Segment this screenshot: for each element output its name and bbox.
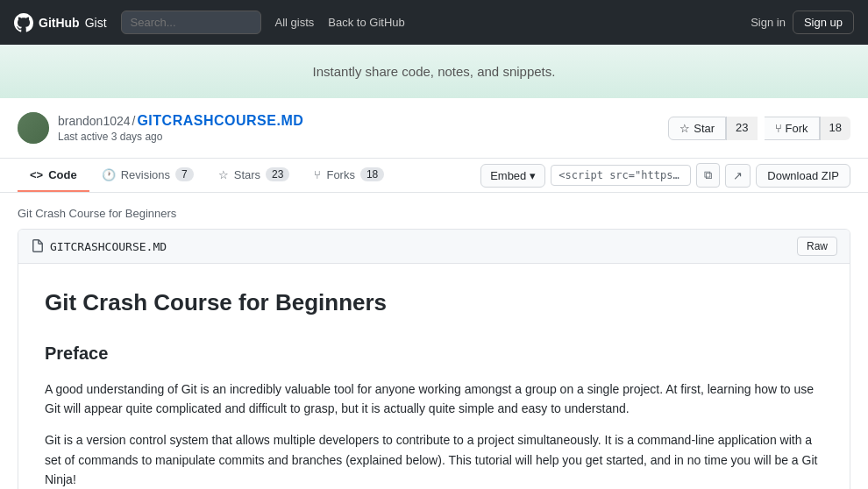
all-gists-link[interactable]: All gists [275, 16, 315, 29]
star-tab-icon: ☆ [218, 168, 229, 181]
site-header: GitHub Gist All gists Back to GitHub Sig… [0, 0, 868, 45]
header-actions: Sign in Sign up [751, 11, 854, 34]
tabs-right: Embed ▾ <script src="https://g ⧉ ↗ Downl… [480, 163, 850, 188]
fork-count: 18 [820, 117, 850, 140]
file-breadcrumb: Git Crash Course for Beginners [18, 207, 850, 220]
file-name: GITCRASHCOURSE.MD [50, 240, 167, 253]
file-content: Git Crash Course for Beginners Preface A… [18, 264, 850, 489]
content-title: Git Crash Course for Beginners [45, 285, 823, 322]
avatar [18, 112, 49, 144]
github-icon [14, 13, 33, 32]
fork-tab-icon: ⑂ [314, 168, 321, 181]
fork-button[interactable]: ⑂ Fork [765, 117, 820, 140]
clock-icon: 🕐 [102, 168, 116, 181]
file-header: GITCRASHCOURSE.MD Raw [18, 230, 850, 264]
content-area: Git Crash Course for Beginners GITCRASHC… [0, 193, 868, 489]
code-icon: <> [30, 168, 43, 181]
avatar-image [18, 112, 49, 144]
banner: Instantly share code, notes, and snippet… [0, 45, 868, 98]
content-preface-heading: Preface [45, 339, 823, 367]
download-zip-button[interactable]: Download ZIP [756, 164, 850, 188]
back-to-github-link[interactable]: Back to GitHub [328, 16, 404, 29]
user-name-group: brandon1024 / GITCRASHCOURSE.MD Last act… [58, 113, 303, 143]
tab-stars[interactable]: ☆ Stars 23 [206, 159, 302, 192]
forks-count: 18 [360, 167, 384, 181]
tab-forks[interactable]: ⑂ Forks 18 [302, 159, 396, 192]
copy-icon: ⧉ [704, 168, 712, 182]
file-name-tag: GITCRASHCOURSE.MD [31, 239, 167, 253]
embed-label: Embed [490, 169, 526, 182]
fork-label: Fork [786, 122, 808, 135]
username-link[interactable]: brandon1024 [58, 114, 131, 128]
external-link-button[interactable]: ↗ [725, 164, 751, 188]
separator: / [132, 114, 136, 128]
header-nav: All gists Back to GitHub [275, 16, 737, 29]
tab-forks-label: Forks [326, 168, 355, 181]
raw-button[interactable]: Raw [797, 237, 837, 256]
tabs-bar: <> Code 🕐 Revisions 7 ☆ Stars 23 ⑂ Forks… [0, 159, 868, 193]
tab-stars-label: Stars [234, 168, 260, 181]
star-icon: ☆ [679, 122, 690, 135]
content-para2: Git is a version control system that all… [45, 430, 823, 489]
star-button[interactable]: ☆ Star [668, 117, 726, 140]
github-text: GitHub [39, 16, 80, 30]
content-para1: A good understanding of Git is an incred… [45, 379, 823, 419]
embed-button[interactable]: Embed ▾ [480, 164, 545, 188]
revisions-count: 7 [175, 167, 194, 181]
star-fork-group: ☆ Star 23 ⑂ Fork 18 [668, 117, 850, 140]
tab-revisions-label: Revisions [121, 168, 170, 181]
chevron-down-icon: ▾ [530, 169, 536, 182]
external-link-icon: ↗ [733, 169, 743, 182]
signup-button[interactable]: Sign up [793, 11, 854, 34]
site-logo: GitHub Gist [14, 13, 107, 32]
copy-button[interactable]: ⧉ [696, 163, 720, 188]
tab-code[interactable]: <> Code [18, 159, 89, 192]
file-box: GITCRASHCOURSE.MD Raw Git Crash Course f… [18, 229, 850, 489]
script-src-box: <script src="https://g [551, 165, 691, 186]
user-section: brandon1024 / GITCRASHCOURSE.MD Last act… [0, 98, 868, 159]
signin-button[interactable]: Sign in [751, 11, 786, 34]
tabs-left: <> Code 🕐 Revisions 7 ☆ Stars 23 ⑂ Forks… [18, 159, 396, 192]
fork-icon: ⑂ [775, 122, 782, 135]
stars-count: 23 [266, 167, 289, 181]
banner-text: Instantly share code, notes, and snippet… [313, 64, 556, 79]
gist-text: Gist [85, 16, 107, 30]
user-info: brandon1024 / GITCRASHCOURSE.MD Last act… [18, 112, 303, 144]
tab-revisions[interactable]: 🕐 Revisions 7 [89, 159, 206, 192]
star-label: Star [694, 122, 715, 135]
star-count: 23 [726, 117, 757, 140]
tab-code-label: Code [48, 168, 77, 181]
document-icon [31, 239, 45, 253]
search-input[interactable] [121, 11, 261, 34]
filename-link[interactable]: GITCRASHCOURSE.MD [137, 113, 303, 129]
last-active-text: Last active 3 days ago [58, 131, 303, 143]
